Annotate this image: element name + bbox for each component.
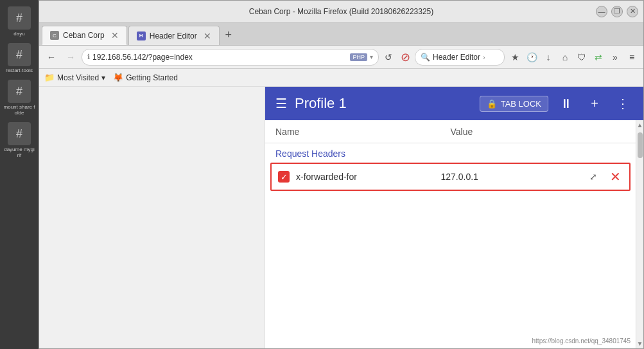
panel-body: Name Value Request Headers ✓ x-forwarded… (265, 120, 643, 348)
reload-button[interactable]: ↺ (381, 50, 396, 64)
tab-header-close[interactable]: ✕ (204, 31, 211, 41)
most-visited-chevron: ▾ (101, 73, 105, 82)
desktop-icon-dayume[interactable]: # dayume mygirlf (3, 122, 35, 158)
request-headers-section: Request Headers (265, 143, 636, 163)
most-visited-label: Most Visited (57, 73, 99, 82)
add-button[interactable]: + (584, 93, 605, 114)
stop-button[interactable]: ⊘ (398, 50, 412, 64)
security-icon: ℹ (87, 53, 90, 61)
bookmarks-bar: 📁 Most Visited ▾ 🦊 Getting Started (39, 69, 643, 87)
tab-bar: C Ceban Corp ✕ H Header Editor ✕ + (39, 22, 643, 46)
address-bar: ← → ℹ 192.168.56.142/?page=index PHP ▾ ↺… (39, 46, 643, 69)
shield-icon[interactable]: 🛡 (574, 49, 589, 65)
dayume-icon: # (8, 122, 31, 145)
dayume-label: dayume mygirlf (3, 147, 35, 158)
title-bar: Ceban Corp - Mozilla Firefox (Build 2018… (39, 1, 643, 22)
scrollbar-thumb[interactable] (638, 132, 643, 158)
row-expand-button[interactable]: ⤢ (586, 169, 601, 184)
mount-label: mount share folde (3, 104, 35, 116)
row-delete-button[interactable]: ✕ (607, 169, 623, 184)
panel-header: ☰ Profile 1 🔒 TAB LOCK ⏸ + ⋮ (265, 87, 643, 120)
getting-started-bookmark[interactable]: 🦊 Getting Started (113, 73, 178, 82)
desktop-icon-dayu[interactable]: # dayu (3, 6, 35, 37)
restart-label: restart-tools (6, 67, 33, 73)
tab-ceban-label: Ceban Corp (63, 31, 105, 40)
panel-title: Profile 1 (295, 95, 472, 112)
search-text: Header Editor (433, 53, 480, 62)
column-name-header: Name (275, 127, 451, 137)
scrollbar-up-arrow[interactable]: ▲ (636, 120, 643, 130)
row-value-text: 127.0.0.1 (441, 172, 580, 182)
address-text: 192.168.56.142/?page=index (92, 53, 347, 62)
pause-button[interactable]: ⏸ (556, 93, 577, 114)
dayu-icon: # (8, 6, 31, 30)
lock-icon: 🔒 (487, 99, 497, 109)
menu-icon[interactable]: ≡ (624, 49, 640, 65)
back-button[interactable]: ← (43, 49, 60, 66)
scrollbar-track[interactable]: ▲ ▼ (636, 120, 643, 348)
request-headers-label: Request Headers (275, 148, 625, 159)
window-controls: — ❐ ✕ (596, 6, 638, 17)
bookmark-icon[interactable]: ★ (507, 49, 523, 65)
browser-window: Ceban Corp - Mozilla Firefox (Build 2018… (39, 0, 644, 349)
tab-favicon-ceban: C (50, 31, 59, 40)
tab-favicon-header: H (137, 31, 146, 40)
page-content: ☰ Profile 1 🔒 TAB LOCK ⏸ + ⋮ Name Value (39, 87, 643, 348)
column-value-header: Value (451, 127, 626, 137)
sync-icon[interactable]: ⇄ (591, 49, 606, 65)
header-row-x-forwarded: ✓ x-forwarded-for 127.0.0.1 ⤢ ✕ (270, 163, 631, 191)
close-button[interactable]: ✕ (627, 6, 638, 17)
header-editor-panel: ☰ Profile 1 🔒 TAB LOCK ⏸ + ⋮ Name Value (265, 87, 643, 348)
tab-lock-label: TAB LOCK (501, 99, 541, 109)
search-arrow-icon: › (483, 53, 485, 61)
desktop-icon-mount[interactable]: # mount share folde (3, 80, 35, 116)
restore-button[interactable]: ❐ (611, 6, 623, 17)
desktop-icon-restart[interactable]: # restart-tools (3, 43, 35, 73)
restart-icon: # (8, 43, 31, 66)
address-input-wrapper[interactable]: ℹ 192.168.56.142/?page=index PHP ▾ (82, 49, 379, 66)
row-checkbox[interactable]: ✓ (278, 171, 290, 183)
address-dropdown-icon[interactable]: ▾ (370, 53, 373, 60)
tab-header-editor-label: Header Editor (150, 31, 197, 40)
toolbar-icons: ★ 🕐 ↓ ⌂ 🛡 ⇄ » ≡ (507, 49, 640, 65)
row-name-text: x-forwarded-for (296, 172, 435, 182)
tab-ceban-close[interactable]: ✕ (111, 30, 119, 40)
dayu-label: dayu (13, 31, 24, 37)
window-title: Ceban Corp - Mozilla Firefox (Build 2018… (249, 7, 434, 16)
downloads-icon[interactable]: ↓ (541, 49, 556, 65)
table-area: Name Value Request Headers ✓ x-forwarded… (265, 120, 636, 348)
php-badge: PHP (350, 53, 367, 61)
scrollbar-down-arrow[interactable]: ▼ (636, 339, 643, 348)
more-options-button[interactable]: ⋮ (613, 93, 633, 114)
hamburger-icon[interactable]: ☰ (275, 96, 287, 111)
tab-lock-button[interactable]: 🔒 TAB LOCK (480, 96, 548, 112)
minimize-button[interactable]: — (596, 6, 607, 17)
home-icon[interactable]: ⌂ (557, 49, 573, 65)
firefox-icon: 🦊 (113, 73, 123, 82)
new-tab-button[interactable]: + (221, 27, 236, 42)
status-bar-url: https://blog.csdn.net/qq_34801745 (532, 337, 631, 345)
tab-ceban[interactable]: C Ceban Corp ✕ (42, 26, 127, 45)
search-bar[interactable]: 🔍 Header Editor › (415, 49, 505, 66)
getting-started-label: Getting Started (126, 73, 178, 82)
desktop: # dayu # restart-tools # mount share fol… (0, 0, 39, 349)
overflow-icon[interactable]: » (607, 49, 623, 65)
table-header: Name Value (265, 120, 636, 143)
forward-button[interactable]: → (62, 49, 79, 66)
bookmark-folder-icon: 📁 (44, 73, 55, 82)
search-icon: 🔍 (421, 53, 430, 62)
most-visited-bookmark[interactable]: 📁 Most Visited ▾ (44, 73, 105, 82)
mount-icon: # (8, 80, 31, 103)
history-icon[interactable]: 🕐 (524, 49, 539, 65)
tab-header-editor[interactable]: H Header Editor ✕ (128, 26, 220, 45)
